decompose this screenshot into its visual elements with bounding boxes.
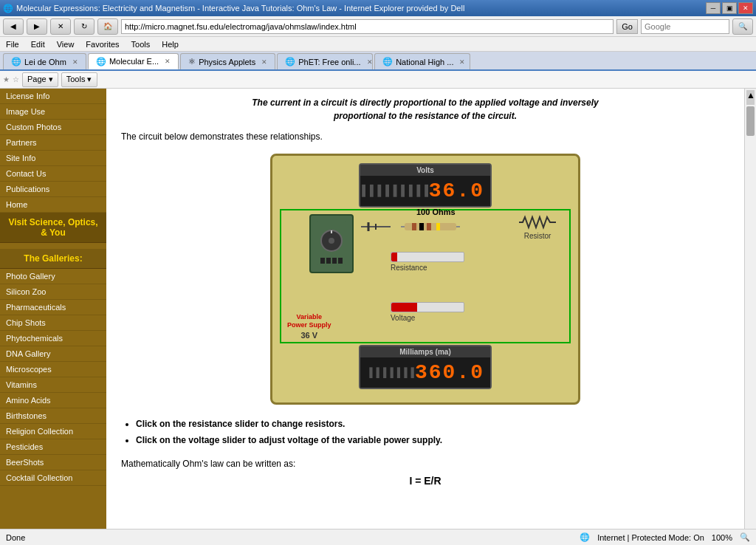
go-button[interactable]: Go [616, 19, 638, 34]
svg-rect-14 [320, 258, 325, 264]
sidebar-item-vitamins[interactable]: Vitamins [0, 377, 106, 393]
resistor-symbol-area: Resistor [519, 215, 556, 240]
sidebar-item-dna-gallery[interactable]: DNA Gallery [0, 346, 106, 362]
sidebar-item-microscopes[interactable]: Microscopes [0, 362, 106, 377]
favorites-star-icon: ★ [3, 75, 10, 83]
status-done: Done [6, 533, 565, 542]
sidebar-item-birthstones[interactable]: Birthstones [0, 408, 106, 424]
sidebar-item-custom-photos[interactable]: Custom Photos [0, 120, 106, 135]
volts-value: ▐▐▐▐▐▐▐▐▐ 36.0 [360, 176, 490, 206]
window-controls[interactable]: ─ ▣ ✕ [706, 2, 753, 14]
zoom-icon: 🔍 [740, 532, 750, 542]
intro-text: The current in a circuit is directly pro… [121, 96, 729, 123]
power-supply-box [309, 214, 354, 273]
minimize-button[interactable]: ─ [706, 2, 721, 14]
scrollbar-up-button[interactable]: ▲ [746, 90, 755, 105]
sidebar-item-publications[interactable]: Publications [0, 182, 106, 197]
tab-icon-3: 🌐 [285, 57, 295, 66]
status-right: 🌐 Internet | Protected Mode: On 100% 🔍 [580, 532, 750, 542]
resistor-text-label: Resistor [519, 232, 556, 240]
back-button[interactable]: ◀ [3, 18, 24, 35]
tab-icon-1: 🌐 [96, 57, 106, 66]
sidebar-item-pesticides[interactable]: Pesticides [0, 439, 106, 455]
svg-point-12 [329, 238, 334, 244]
sidebar-item-contact-us[interactable]: Contact Us [0, 166, 106, 182]
volts-display: Volts ▐▐▐▐▐▐▐▐▐ 36.0 [359, 163, 492, 208]
svg-rect-6 [412, 223, 416, 230]
tab-close-3[interactable]: ✕ [367, 58, 373, 66]
forward-button[interactable]: ▶ [27, 18, 47, 35]
menu-favorites[interactable]: Favorites [83, 40, 122, 49]
tab-icon-4: 🌐 [382, 57, 393, 66]
voltage-slider-fill [391, 303, 417, 312]
sidebar-item-chip-shots[interactable]: Chip Shots [0, 315, 106, 331]
menu-file[interactable]: File [3, 40, 22, 49]
restore-button[interactable]: ▣ [722, 2, 737, 14]
tab-icon-2: ⚛ [188, 57, 196, 66]
circuit-container: Volts ▐▐▐▐▐▐▐▐▐ 36.0 [121, 154, 729, 405]
sidebar-item-pharmaceuticals[interactable]: Pharmaceuticals [0, 300, 106, 315]
search-input[interactable] [641, 19, 729, 34]
sidebar-item-home[interactable]: Home [0, 197, 106, 213]
search-button[interactable]: 🔍 [732, 18, 753, 35]
tabs-bar: 🌐 Lei de Ohm ✕ 🌐 Molecular E... ✕ ⚛ Phys… [0, 52, 756, 71]
svg-rect-17 [338, 258, 343, 264]
voltage-label: Voltage [391, 314, 464, 322]
tab-3[interactable]: 🌐 PhET: Free onli... ✕ [277, 53, 373, 69]
scrollbar[interactable]: ▲ [744, 89, 756, 529]
instruction-2: Click on the voltage slider to adjust vo… [136, 433, 729, 449]
menu-edit[interactable]: Edit [28, 40, 48, 49]
resistance-slider-fill [391, 253, 397, 261]
sidebar-item-silicon-zoo[interactable]: Silicon Zoo [0, 284, 106, 300]
milliamps-display: Milliamps (ma) ▐▐▐▐▐▐▐ 360.0 [359, 345, 492, 389]
menu-help[interactable]: Help [159, 40, 182, 49]
resistor-body-svg [401, 219, 460, 235]
tab-close-4[interactable]: ✕ [459, 58, 465, 66]
tab-close-1[interactable]: ✕ [165, 58, 171, 65]
sidebar-item-partners[interactable]: Partners [0, 135, 106, 151]
close-button[interactable]: ✕ [738, 2, 753, 14]
ohms-label: 100 Ohms [416, 208, 456, 216]
volts-label: Volts [360, 165, 490, 176]
menu-tools[interactable]: Tools [128, 40, 154, 49]
tab-0[interactable]: 🌐 Lei de Ohm ✕ [3, 53, 86, 69]
page-button[interactable]: Page ▾ [22, 72, 58, 87]
sidebar-item-photo-gallery[interactable]: Photo Gallery [0, 269, 106, 284]
stop-button[interactable]: ✕ [50, 18, 71, 35]
tab-4[interactable]: 🌐 National High ... ✕ [374, 53, 470, 69]
menu-bar: File Edit View Favorites Tools Help [0, 37, 756, 52]
component-row [354, 219, 460, 235]
status-bar: Done 🌐 Internet | Protected Mode: On 100… [0, 529, 756, 545]
voltage-slider-area[interactable]: Voltage [391, 302, 464, 322]
resistor-squiggle-svg [519, 215, 556, 230]
sidebar-item-phytochemicals[interactable]: Phytochemicals [0, 331, 106, 346]
browser-icon: 🌐 [3, 4, 13, 13]
sidebar-item-religion-collection[interactable]: Religion Collection [0, 424, 106, 439]
sidebar-item-cocktail-collection[interactable]: Cocktail Collection [0, 470, 106, 486]
milliamps-value: ▐▐▐▐▐▐▐ 360.0 [360, 357, 490, 388]
instruction-1: Click on the resistance slider to change… [136, 417, 729, 433]
sidebar-item-image-use[interactable]: Image Use [0, 104, 106, 120]
sidebar-item-site-info[interactable]: Site Info [0, 151, 106, 166]
menu-view[interactable]: View [54, 40, 78, 49]
resistance-label: Resistance [391, 264, 464, 272]
refresh-button[interactable]: ↻ [74, 18, 94, 35]
tab-1[interactable]: 🌐 Molecular E... ✕ [88, 53, 179, 69]
scrollbar-thumb[interactable] [746, 106, 755, 136]
home-button[interactable]: 🏠 [97, 18, 118, 35]
tab-close-2[interactable]: ✕ [261, 58, 267, 66]
milliamps-label: Milliamps (ma) [360, 346, 490, 357]
tab-2[interactable]: ⚛ Physics Applets ✕ [180, 53, 275, 69]
resistance-slider-area[interactable]: Resistance [391, 252, 464, 272]
voltage-slider[interactable] [391, 302, 464, 312]
address-input[interactable] [121, 19, 614, 34]
sidebar-visit-section[interactable]: Visit Science, Optics, & You [0, 213, 106, 243]
sidebar-item-beershots[interactable]: BeerShots [0, 455, 106, 470]
sidebar-item-license[interactable]: License Info [0, 89, 106, 104]
tab-close-0[interactable]: ✕ [72, 58, 78, 66]
main-layout: License Info Image Use Custom Photos Par… [0, 89, 756, 529]
tools-button[interactable]: Tools ▾ [61, 72, 97, 87]
svg-rect-8 [427, 223, 431, 230]
sidebar-item-amino-acids[interactable]: Amino Acids [0, 393, 106, 408]
resistance-slider[interactable] [391, 252, 464, 262]
